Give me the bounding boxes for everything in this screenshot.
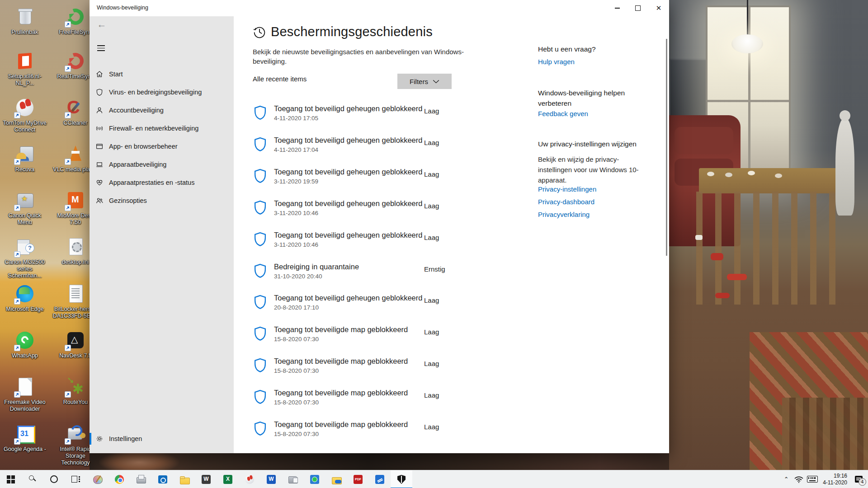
sidebar-item-apparaatprestaties-en-status[interactable]: Apparaatprestaties en -status — [90, 174, 234, 192]
scanner-app[interactable] — [282, 470, 304, 488]
tray-expand-icon[interactable]: ⌃ — [780, 476, 792, 483]
close-button[interactable]: ✕ — [648, 0, 669, 16]
wooden-chair — [782, 398, 868, 470]
sync-red-icon — [65, 51, 86, 71]
desktop-icon-recuva[interactable]: Recuva — [1, 144, 48, 173]
desktop-icon-tomtom[interactable]: TomTom MyDrive Connect — [1, 97, 48, 133]
sidebar-item-settings[interactable]: Instellingen — [90, 430, 234, 448]
desktop-icon-canon-printer[interactable]: Canon MG2500 series Schermhan... — [1, 236, 48, 279]
paint-icon — [92, 474, 103, 485]
paint-app[interactable] — [87, 470, 108, 488]
person-icon — [95, 106, 104, 114]
event-row[interactable]: Toegang tot beveiligd geheugen geblokkee… — [253, 104, 479, 136]
canon-printer-icon — [14, 236, 35, 257]
desktop-icon-gcal[interactable]: Google Agenda - — [1, 423, 48, 453]
desktop-icon-canon-quick[interactable]: Canon Quick Menu — [1, 190, 48, 226]
outlook-app[interactable] — [152, 470, 174, 488]
tomtom-app[interactable] — [239, 470, 260, 488]
task-view-button[interactable] — [65, 470, 87, 488]
file-explorer-app[interactable] — [174, 470, 195, 488]
ask-help-link[interactable]: Hulp vragen — [538, 58, 575, 66]
pdf-app[interactable] — [347, 470, 369, 488]
event-row[interactable]: Toegang tot beveiligd geheugen geblokkee… — [253, 136, 479, 168]
selected-indicator — [90, 433, 91, 445]
sidebar-item-apparaatbeveiliging[interactable]: Apparaatbeveiliging — [90, 155, 234, 174]
sidebar-item-label: Apparaatbeveiliging — [109, 161, 166, 168]
event-row[interactable]: Toegang tot beveiligd geheugen geblokkee… — [253, 168, 479, 199]
scan-utility-app[interactable] — [369, 470, 391, 488]
excel-app[interactable] — [217, 470, 239, 488]
windows-security-app[interactable] — [391, 470, 412, 488]
chrome-app[interactable] — [108, 470, 130, 488]
event-row[interactable]: Toegang tot beveiligde map geblokkeerd 1… — [253, 420, 479, 452]
word-app[interactable] — [260, 470, 282, 488]
whatsapp-app[interactable] — [304, 470, 326, 488]
shortcut-arrow-icon — [14, 205, 20, 211]
sidebar-item-gezinsopties[interactable]: Gezinsopties — [90, 192, 234, 210]
desktop-icon-edge[interactable]: Microsoft Edge — [1, 283, 48, 313]
sidebar-item-label: Accountbeveiliging — [109, 107, 164, 114]
home-icon — [95, 70, 104, 78]
onedrive-folder-app[interactable] — [326, 470, 347, 488]
privacyverklaring-link[interactable]: Privacyverklaring — [538, 211, 596, 218]
event-severity: Laag — [424, 328, 439, 336]
event-severity: Ernstig — [424, 265, 445, 273]
event-row[interactable]: Toegang tot beveiligde map geblokkeerd 1… — [253, 389, 479, 420]
sidebar-item-virus-en-bedreigingsbeveiliging[interactable]: Virus- en bedreigingsbeveiliging — [90, 83, 234, 101]
fax-app[interactable] — [130, 470, 152, 488]
privacy-dashboard-link[interactable]: Privacy-dashboard — [538, 198, 596, 206]
start-button[interactable] — [0, 470, 22, 488]
event-row[interactable]: Toegang tot beveiligde map geblokkeerd 1… — [253, 357, 479, 389]
event-title: Toegang tot beveiligd geheugen geblokkee… — [274, 168, 422, 176]
privacy-text: Bekijk en wijzig de privacy-instellingen… — [538, 154, 646, 185]
wifi-icon[interactable] — [792, 470, 806, 488]
feedback-link[interactable]: Feedback geven — [538, 110, 588, 117]
action-center-button[interactable]: 4 — [852, 470, 865, 488]
taskview-icon — [71, 474, 81, 485]
event-title: Toegang tot beveiligd geheugen geblokkee… — [274, 104, 422, 113]
desktop-icon-office[interactable]: Setup.x86.nl-NL_P... — [1, 51, 48, 87]
event-date: 4-11-2020 17:05 — [274, 115, 318, 122]
vertical-scrollbar[interactable] — [666, 39, 667, 256]
event-row[interactable]: Toegang tot beveiligd geheugen geblokkee… — [253, 231, 479, 263]
event-severity: Laag — [424, 234, 439, 241]
search-button[interactable] — [22, 470, 43, 488]
cortana-button[interactable] — [43, 470, 65, 488]
privacy-instellingen-link[interactable]: Privacy-instellingen — [538, 185, 596, 193]
sidebar-item-firewall-en-netwerkbeveiliging[interactable]: Firewall- en netwerkbeveiliging — [90, 119, 234, 137]
desktop-icon-recycle-bin[interactable]: Prullenbak — [1, 6, 48, 36]
menu-toggle-button[interactable] — [95, 42, 113, 57]
clock[interactable]: 19:16 4-11-2020 — [823, 473, 847, 486]
minimize-button[interactable] — [607, 0, 627, 16]
event-row[interactable]: Toegang tot beveiligde map geblokkeerd 1… — [253, 325, 479, 357]
word-viewer-app[interactable] — [195, 470, 217, 488]
event-date: 20-8-2020 17:10 — [274, 304, 319, 311]
desktop-icon-label: Canon Quick Menu — [1, 212, 48, 226]
back-button[interactable]: ← — [93, 17, 110, 32]
sidebar-item-start[interactable]: Start — [90, 65, 234, 83]
sidebar-item-label: Start — [109, 70, 123, 78]
maximize-button[interactable] — [627, 0, 648, 16]
touch-keyboard-icon[interactable] — [806, 470, 819, 488]
sidebar-item-label: Virus- en bedreigingsbeveiliging — [109, 89, 202, 96]
shortcut-arrow-icon — [65, 205, 71, 211]
event-date: 15-8-2020 07:30 — [274, 367, 319, 374]
red-object — [715, 293, 730, 298]
gear-icon — [95, 435, 104, 443]
desktop-icon-label: Google Agenda - — [1, 446, 48, 453]
event-date: 4-11-2020 17:04 — [274, 146, 318, 153]
shield-icon — [253, 263, 267, 279]
desktop-icon-label: Recuva — [1, 166, 48, 173]
shield-icon — [253, 169, 267, 184]
sync-green-icon — [65, 6, 86, 27]
desktop-icon-whatsapp[interactable]: WhatsApp — [1, 330, 48, 359]
event-row[interactable]: Bedreiging in quarantaine 31-10-2020 20:… — [253, 263, 479, 294]
event-severity: Laag — [424, 170, 439, 178]
event-row[interactable]: Toegang tot beveiligd geheugen geblokkee… — [253, 199, 479, 231]
sidebar-item-accountbeveiliging[interactable]: Accountbeveiliging — [90, 101, 234, 119]
sidebar-item-app-en-browserbeheer[interactable]: App- en browserbeheer — [90, 137, 234, 155]
health-icon — [95, 178, 104, 187]
event-row[interactable]: Toegang tot beveiligd geheugen geblokkee… — [253, 294, 479, 325]
titlebar[interactable]: Windows-beveiliging ✕ — [90, 0, 669, 16]
desktop-icon-doc-plain[interactable]: Freemake Video Downloader — [1, 376, 48, 413]
